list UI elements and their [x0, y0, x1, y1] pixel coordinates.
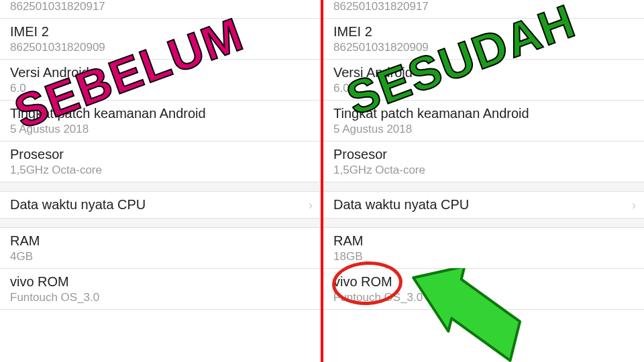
imei2-value: 862501031820909: [333, 41, 634, 54]
rom-label: vivo ROM: [10, 273, 311, 290]
security-patch-row[interactable]: Tingkat patch keamanan Android 5 Agustus…: [323, 101, 644, 141]
processor-label: Prosesor: [333, 145, 634, 163]
security-patch-value: 5 Agustus 2018: [333, 123, 634, 136]
cpu-realtime-row[interactable]: Data waktu nyata CPU ›: [0, 192, 321, 219]
imei1-row[interactable]: 862501031820917: [0, 0, 321, 19]
rom-label: vivo ROM: [333, 273, 634, 290]
security-patch-label: Tingkat patch keamanan Android: [333, 105, 634, 122]
section-gap: [0, 219, 321, 228]
imei2-label: IMEI 2: [333, 23, 634, 40]
security-patch-row[interactable]: Tingkat patch keamanan Android 5 Agustus…: [0, 101, 321, 141]
panel-after: 862501031820917 IMEI 2 862501031820909 V…: [323, 0, 644, 362]
rom-row[interactable]: vivo ROM Funtouch OS_3.0: [0, 269, 321, 310]
ram-row[interactable]: RAM 4GB: [0, 228, 321, 269]
imei1-value: 862501031820917: [333, 0, 634, 13]
ram-label: RAM: [333, 232, 634, 249]
android-version-label: Versi Android: [333, 64, 634, 81]
chevron-right-icon: ›: [309, 198, 313, 212]
comparison-container: 862501031820917 IMEI 2 862501031820909 V…: [0, 0, 644, 362]
rom-row[interactable]: vivo ROM Funtouch OS_3.0: [323, 269, 644, 310]
section-gap: [323, 219, 644, 228]
processor-row[interactable]: Prosesor 1,5GHz Octa-core: [0, 141, 321, 182]
android-version-row[interactable]: Versi Android 6.0: [0, 60, 321, 101]
imei2-row[interactable]: IMEI 2 862501031820909: [0, 19, 321, 60]
ram-value: 18GB: [333, 250, 634, 263]
imei2-row[interactable]: IMEI 2 862501031820909: [323, 19, 644, 60]
processor-row[interactable]: Prosesor 1,5GHz Octa-core: [323, 141, 644, 182]
processor-label: Prosesor: [10, 145, 311, 163]
android-version-value: 6.0: [333, 82, 634, 95]
ram-row[interactable]: RAM 18GB: [323, 228, 644, 269]
section-gap: [0, 182, 321, 192]
rom-value: Funtouch OS_3.0: [10, 291, 311, 304]
android-version-row[interactable]: Versi Android 6.0: [323, 60, 644, 101]
cpu-realtime-label: Data waktu nyata CPU: [333, 196, 634, 213]
imei1-row[interactable]: 862501031820917: [323, 0, 644, 19]
security-patch-label: Tingkat patch keamanan Android: [10, 105, 311, 122]
processor-value: 1,5GHz Octa-core: [333, 164, 634, 177]
ram-label: RAM: [10, 232, 311, 249]
android-version-value: 6.0: [10, 82, 311, 95]
rom-value: Funtouch OS_3.0: [333, 291, 634, 304]
imei2-value: 862501031820909: [10, 41, 311, 54]
security-patch-value: 5 Agustus 2018: [10, 123, 311, 136]
section-gap: [323, 182, 644, 192]
android-version-label: Versi Android: [10, 64, 311, 81]
ram-value: 4GB: [10, 250, 311, 263]
imei2-label: IMEI 2: [10, 23, 311, 40]
cpu-realtime-label: Data waktu nyata CPU: [10, 196, 311, 213]
chevron-right-icon: ›: [632, 198, 636, 212]
cpu-realtime-row[interactable]: Data waktu nyata CPU ›: [323, 192, 644, 219]
processor-value: 1,5GHz Octa-core: [10, 164, 311, 177]
imei1-value: 862501031820917: [10, 0, 311, 13]
panel-before: 862501031820917 IMEI 2 862501031820909 V…: [0, 0, 321, 362]
